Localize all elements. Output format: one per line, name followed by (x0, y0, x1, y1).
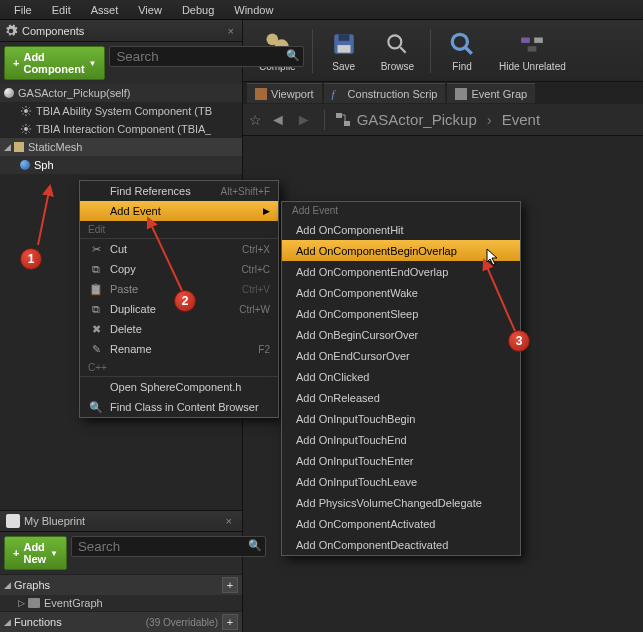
hide-unrelated-button[interactable]: Hide Unrelated (489, 23, 576, 79)
menu-file[interactable]: File (4, 2, 42, 18)
svg-point-8 (452, 34, 467, 49)
annotation-marker-1: 1 (20, 248, 42, 270)
ctx-find-class[interactable]: 🔍 Find Class in Content Browser (80, 397, 278, 417)
close-icon[interactable]: × (222, 515, 236, 527)
rename-icon: ✎ (88, 343, 104, 356)
menu-view[interactable]: View (128, 2, 172, 18)
menu-debug[interactable]: Debug (172, 2, 224, 18)
add-new-button[interactable]: + Add New ▼ (4, 536, 67, 570)
nav-back-button[interactable]: ◄ (268, 111, 288, 129)
submenu-item[interactable]: Add OnClicked (282, 366, 520, 387)
components-search-input[interactable] (109, 46, 304, 67)
tab-eventgraph[interactable]: Event Grap (447, 83, 535, 103)
components-panel-header: Components × (0, 20, 242, 42)
expand-icon[interactable]: ◢ (4, 580, 14, 590)
breadcrumb-leaf[interactable]: Event (502, 111, 540, 128)
menubar: File Edit Asset View Debug Window (0, 0, 643, 20)
ctx-open-header[interactable]: Open SphereComponent.h (80, 377, 278, 397)
category-label: Graphs (14, 579, 222, 591)
svg-point-1 (24, 127, 28, 131)
expand-icon[interactable]: ◢ (4, 142, 14, 152)
annotation-arrow (140, 212, 200, 302)
toolbar-label: Save (332, 61, 355, 72)
tree-row-sphere[interactable]: Sph (0, 156, 242, 174)
actor-icon (4, 88, 14, 98)
ctx-find-references[interactable]: Find References Alt+Shift+F (80, 181, 278, 201)
viewport-icon (255, 88, 267, 100)
nav-forward-button[interactable]: ► (294, 111, 314, 129)
tab-construction[interactable]: f Construction Scrip (324, 83, 446, 103)
submenu-item[interactable]: Add PhysicsVolumeChangedDelegate (282, 492, 520, 513)
category-functions[interactable]: ◢ Functions (39 Overridable) + (0, 611, 242, 632)
view-tabs: Viewport f Construction Scrip Event Grap (243, 82, 643, 104)
tree-row-staticmesh[interactable]: ◢ StaticMesh (0, 138, 242, 156)
expand-icon[interactable]: ▷ (18, 598, 28, 608)
category-label: Functions (14, 616, 146, 628)
add-component-button[interactable]: + Add Component ▼ (4, 46, 105, 80)
close-icon[interactable]: × (224, 25, 238, 37)
menu-asset[interactable]: Asset (81, 2, 129, 18)
chevron-down-icon: ▼ (89, 59, 97, 68)
paste-icon: 📋 (88, 283, 104, 296)
breadcrumb-separator: › (487, 111, 492, 128)
submenu-item[interactable]: Add OnInputTouchEnd (282, 429, 520, 450)
gear-icon (4, 24, 18, 38)
tab-label: Event Grap (471, 88, 527, 100)
blueprint-search-input[interactable] (71, 536, 266, 557)
submenu-item[interactable]: Add OnComponentHit (282, 219, 520, 240)
submenu-item[interactable]: Add OnInputTouchEnter (282, 450, 520, 471)
function-icon: f (332, 88, 344, 100)
chevron-right-icon: ▶ (263, 206, 270, 216)
browse-icon (382, 29, 412, 59)
expand-icon[interactable]: ◢ (4, 617, 14, 627)
submenu-item[interactable]: Add OnComponentActivated (282, 513, 520, 534)
breadcrumb-root[interactable]: GASActor_Pickup (357, 111, 477, 128)
blueprint-icon (6, 514, 20, 528)
chevron-down-icon: ▼ (50, 549, 58, 558)
add-graph-button[interactable]: + (222, 577, 238, 593)
svg-rect-11 (528, 46, 537, 51)
copy-icon: ⧉ (88, 263, 104, 276)
graph-label: EventGraph (44, 597, 103, 609)
submenu-item[interactable]: Add OnEndCursorOver (282, 345, 520, 366)
submenu-item[interactable]: Add OnReleased (282, 387, 520, 408)
annotation-marker-2: 2 (174, 290, 196, 312)
svg-point-0 (24, 109, 28, 113)
submenu-item[interactable]: Add OnComponentDeactivated (282, 534, 520, 555)
add-function-button[interactable]: + (222, 614, 238, 630)
add-new-label: Add New (23, 541, 46, 565)
category-graphs[interactable]: ◢ Graphs + (0, 574, 242, 595)
graph-eventgraph[interactable]: ▷ EventGraph (0, 595, 242, 611)
graph-icon (455, 88, 467, 100)
svg-rect-12 (336, 113, 342, 118)
add-event-submenu: Add Event Add OnComponentHitAdd OnCompon… (281, 201, 521, 556)
search-icon: 🔍 (286, 49, 300, 62)
find-icon (447, 29, 477, 59)
ctx-delete[interactable]: ✖ Delete (80, 319, 278, 339)
tree-row[interactable]: TBIA Interaction Component (TBIA_ (0, 120, 242, 138)
annotation-marker-3: 3 (508, 330, 530, 352)
menu-edit[interactable]: Edit (42, 2, 81, 18)
tree-row[interactable]: TBIA Ability System Component (TB (0, 102, 242, 120)
browse-button[interactable]: Browse (371, 23, 424, 79)
menu-window[interactable]: Window (224, 2, 283, 18)
plus-icon: + (13, 57, 19, 69)
component-icon (20, 123, 32, 135)
my-blueprint-title: My Blueprint (24, 515, 85, 527)
tab-viewport[interactable]: Viewport (247, 83, 322, 103)
graph-icon (28, 598, 40, 608)
ctx-rename[interactable]: ✎ Rename F2 (80, 339, 278, 359)
save-button[interactable]: Save (319, 23, 369, 79)
submenu-item[interactable]: Add OnInputTouchLeave (282, 471, 520, 492)
submenu-item[interactable]: Add OnInputTouchBegin (282, 408, 520, 429)
hide-icon (517, 29, 547, 59)
mouse-cursor (486, 248, 500, 266)
svg-rect-9 (522, 38, 531, 43)
find-button[interactable]: Find (437, 23, 487, 79)
tree-row-root[interactable]: GASActor_Pickup(self) (0, 84, 242, 102)
favorite-icon[interactable]: ☆ (249, 112, 262, 128)
graph-icon (335, 112, 351, 128)
toolbar-label: Find (452, 61, 471, 72)
ctx-section-cpp: C++ (80, 359, 278, 377)
submenu-header: Add Event (282, 202, 520, 219)
